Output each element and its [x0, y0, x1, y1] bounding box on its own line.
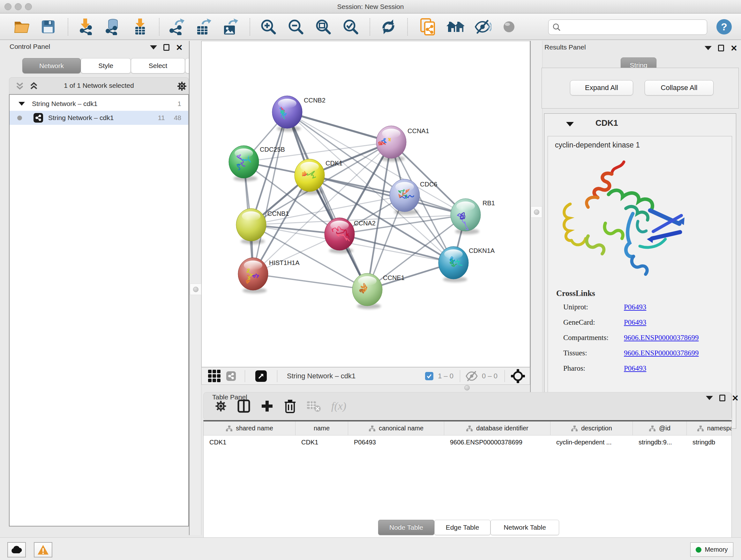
panel-menu-icon[interactable]: [704, 46, 712, 50]
tab-style[interactable]: Style: [81, 58, 131, 73]
column-header-shared-name[interactable]: shared name: [204, 422, 295, 435]
svg-text:?: ?: [721, 21, 727, 33]
left-splitter[interactable]: [189, 41, 201, 535]
horizontal-splitter-handle[interactable]: [464, 385, 470, 390]
panel-float-icon[interactable]: [718, 45, 724, 51]
table-row[interactable]: CDK1CDK1P064939606.ENSP00000378699cyclin…: [204, 435, 731, 449]
column-header-canonical-name[interactable]: canonical name: [348, 422, 444, 435]
add-column-icon[interactable]: [260, 399, 274, 413]
open-in-window-icon[interactable]: [255, 370, 267, 382]
table-options-gear-icon[interactable]: [214, 400, 227, 413]
save-session-icon[interactable]: [39, 17, 57, 36]
network-edge-CCNA1-HIST1H1A[interactable]: [253, 142, 391, 274]
help-icon[interactable]: ?: [715, 17, 733, 36]
import-table-icon[interactable]: [131, 17, 149, 36]
hidden-node-edge-counts: 0 – 0: [482, 372, 497, 380]
panel-float-icon[interactable]: [719, 395, 725, 401]
search-input[interactable]: [561, 23, 698, 31]
memory-button[interactable]: Memory: [690, 543, 733, 557]
tab-network[interactable]: Network: [22, 58, 81, 73]
zoom-in-icon[interactable]: [259, 17, 278, 36]
hide-glass-panels-icon[interactable]: [474, 17, 492, 36]
column-header-description[interactable]: description: [550, 422, 633, 435]
network-edge-CCNB2-CCNA1[interactable]: [287, 112, 391, 142]
string-protein-query-icon[interactable]: [419, 17, 437, 36]
tab-select[interactable]: Select: [131, 58, 185, 73]
fit-selected-crosshair-icon[interactable]: [511, 369, 525, 383]
import-network-icon[interactable]: [76, 17, 94, 36]
network-options-gear-icon[interactable]: [177, 81, 187, 91]
left-splitter-handle[interactable]: [190, 284, 201, 295]
tab-network-table[interactable]: Network Table: [490, 520, 559, 535]
network-overview-icon[interactable]: [226, 371, 236, 381]
table-cell[interactable]: cyclin-dependent ...: [550, 435, 633, 449]
table-cell[interactable]: CDK1: [204, 435, 295, 449]
home-networks-icon[interactable]: [446, 17, 465, 36]
column-header-database-identifier[interactable]: database identifier: [444, 422, 550, 435]
zoom-out-icon[interactable]: [286, 17, 305, 36]
network-node-CDKN1A[interactable]: CDKN1A: [439, 246, 495, 282]
panel-close-icon[interactable]: ✕: [732, 395, 739, 401]
show-grid-icon[interactable]: [208, 370, 220, 382]
apply-layout-icon[interactable]: [379, 17, 398, 36]
network-status-title: String Network – cdk1: [287, 372, 355, 380]
network-node-CCNE1[interactable]: CCNE1: [352, 273, 405, 309]
show-columns-icon[interactable]: [238, 399, 250, 413]
show-glass-panels-icon[interactable]: [500, 17, 518, 36]
network-node-RB1[interactable]: RB1: [451, 199, 495, 234]
gene-section-expander-icon[interactable]: [566, 122, 574, 126]
network-edge-CCNB2-HIST1H1A[interactable]: [253, 112, 287, 274]
crosslink-label: Compartments:: [563, 334, 624, 342]
network-status-bar: String Network – cdk1 1 – 0 0 – 0: [201, 367, 530, 385]
tab-node-table[interactable]: Node Table: [378, 520, 434, 535]
export-table-icon[interactable]: [194, 17, 212, 36]
crosslink-link[interactable]: 9606.ENSP00000378699: [624, 334, 699, 342]
export-network-icon[interactable]: [167, 17, 186, 36]
warnings-button[interactable]: [34, 542, 52, 557]
import-network-from-database-icon[interactable]: [103, 17, 121, 36]
crosslink-link[interactable]: P06493: [624, 318, 646, 327]
network-node-CCNB2[interactable]: CCNB2: [272, 96, 326, 132]
table-cell[interactable]: stringdb: [687, 435, 732, 449]
zoom-fit-icon[interactable]: [314, 17, 333, 36]
network-node-CDC6[interactable]: CDC6: [390, 179, 437, 215]
cloud-status-button[interactable]: [7, 542, 26, 557]
column-header-name[interactable]: name: [295, 422, 348, 435]
crosslink-link[interactable]: 9606.ENSP00000378699: [624, 349, 699, 357]
zoom-selected-icon[interactable]: [341, 17, 360, 36]
table-cell[interactable]: stringdb:9...: [633, 435, 687, 449]
delete-column-icon[interactable]: [284, 399, 296, 413]
network-collection-row[interactable]: String Network – cdk1 1: [10, 97, 188, 111]
collection-expander-icon[interactable]: [18, 102, 25, 106]
table-cell[interactable]: 9606.ENSP00000378699: [444, 435, 550, 449]
network-type-icon: [33, 113, 43, 123]
network-node-CDK1[interactable]: CDK1: [294, 159, 342, 195]
network-row[interactable]: String Network – cdk1 11 48: [10, 111, 188, 125]
table-cell[interactable]: CDK1: [295, 435, 348, 449]
tab-edge-table[interactable]: Edge Table: [434, 520, 490, 535]
column-header-namespace[interactable]: namespace: [687, 422, 732, 435]
export-image-icon[interactable]: [221, 17, 239, 36]
network-node-CCNA2[interactable]: CCNA2: [325, 218, 376, 253]
network-edge-HIST1H1A-CCNE1[interactable]: [253, 274, 367, 290]
status-separator: [277, 370, 277, 382]
expand-all-button[interactable]: Expand All: [570, 80, 633, 96]
panel-close-icon[interactable]: ✕: [731, 45, 738, 51]
panel-menu-icon[interactable]: [706, 396, 713, 400]
column-header--id[interactable]: @id: [633, 422, 687, 435]
panel-float-icon[interactable]: [163, 44, 170, 51]
selected-items-checkbox-icon[interactable]: [425, 372, 433, 380]
crosslink-link[interactable]: P06493: [624, 364, 646, 373]
toolbar-separator: [159, 18, 159, 36]
table-cell[interactable]: P06493: [348, 435, 444, 449]
title-bar: Session: New Session: [0, 0, 741, 13]
network-node-CCNA1[interactable]: CCNA1: [376, 126, 429, 162]
open-session-icon[interactable]: [13, 17, 31, 36]
network-canvas[interactable]: CCNB2CCNA1CDC25BCDK1CDC6RB1CCNB1CCNA2CDK…: [201, 41, 530, 367]
panel-close-icon[interactable]: ✕: [176, 44, 183, 51]
toolbar-separator: [369, 18, 370, 36]
panel-menu-icon[interactable]: [150, 45, 157, 50]
collapse-all-button[interactable]: Collapse All: [645, 80, 714, 96]
crosslink-link[interactable]: P06493: [624, 303, 646, 311]
node-label-CCNB2: CCNB2: [304, 97, 326, 104]
